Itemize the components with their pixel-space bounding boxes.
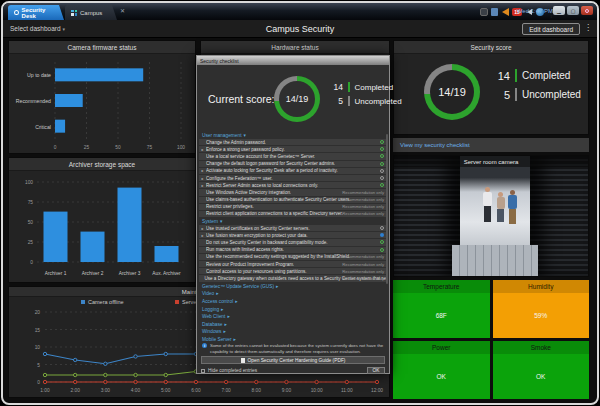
- checklist-item[interactable]: ▸Activate auto locking for Security Desk…: [199, 168, 387, 174]
- svg-text:2:00: 2:00: [71, 388, 81, 393]
- uncompleted-label: Uncompleted: [355, 97, 402, 106]
- scrollbar[interactable]: [386, 134, 388, 284]
- checklist-item[interactable]: ▸Use fusion stream encryption to protect…: [199, 232, 387, 238]
- completed-count: 14: [494, 70, 510, 82]
- restore-button[interactable]: ▢: [567, 6, 579, 15]
- chevron-right-icon: ▸: [225, 322, 227, 327]
- checklist-section-header[interactable]: Genetec™ Update Service (GUS)▸: [199, 283, 387, 291]
- score-donut: 14/19: [424, 64, 480, 120]
- minimize-button[interactable]: ▁: [553, 6, 565, 15]
- checklist-item[interactable]: ▸Enforce a strong user password policy.: [199, 146, 387, 152]
- svg-text:25: 25: [84, 145, 90, 150]
- checklist-item[interactable]: ▸Restrict Server Admin access to local c…: [199, 182, 387, 188]
- camera-video-feed: [394, 156, 588, 276]
- checklist-section-header[interactable]: Web Client▸: [199, 313, 387, 321]
- svg-text:Recommended: Recommended: [16, 98, 51, 104]
- expander-icon[interactable]: ▸: [199, 183, 206, 188]
- chevron-right-icon: ▸: [227, 314, 229, 319]
- svg-text:6:00: 6:00: [191, 388, 201, 393]
- checklist-item[interactable]: ▸Configure the Federation™ user.: [199, 175, 387, 181]
- checklist-item[interactable]: Control access to your resources using p…: [199, 268, 387, 274]
- checklist-item-label: Change the Admin password.: [206, 140, 266, 145]
- archiver-storage-panel: Archiver storage space 0255075100Archive…: [8, 157, 196, 283]
- legend-item-camera-offline[interactable]: Camera offline: [81, 299, 124, 305]
- recommendation-label: Recommendation only: [342, 262, 384, 267]
- more-options-icon[interactable]: ⋮: [584, 23, 592, 32]
- checklist-item-label: Review our Product Improvement Program.: [206, 262, 294, 267]
- tile-value: 68F: [393, 293, 490, 338]
- view-security-checklist-link[interactable]: View my security checklist: [393, 138, 589, 152]
- uncompleted-row: 5 Uncompleted: [494, 88, 581, 101]
- svg-text:100: 100: [25, 180, 33, 185]
- checklist-section-header[interactable]: System▾: [199, 218, 387, 225]
- tab-close-icon[interactable]: ✕: [120, 8, 125, 14]
- uncompleted-row: 5 Uncompleted: [331, 96, 402, 106]
- expander-icon[interactable]: ▸: [199, 233, 206, 238]
- edit-dashboard-button[interactable]: Edit dashboard: [522, 23, 580, 35]
- checklist-item[interactable]: Use the recommended security settings su…: [199, 254, 387, 260]
- clipboard-icon[interactable]: [491, 8, 498, 16]
- ok-button[interactable]: OK: [367, 367, 385, 374]
- current-score-label: Current score:: [208, 93, 275, 105]
- smoke-tile[interactable]: Smoke OK: [493, 341, 590, 399]
- checklist-item[interactable]: Run macros with limited access rights.: [199, 247, 387, 253]
- server-room-camera-tile[interactable]: Server room camera: [393, 155, 589, 277]
- expander-icon[interactable]: ▸: [199, 176, 206, 181]
- checklist-item[interactable]: Use claims-based authentication to authe…: [199, 197, 387, 203]
- checklist-item-label: Configure the Federation™ user.: [206, 176, 273, 181]
- checklist-item[interactable]: Restrict client application connections …: [199, 211, 387, 217]
- humidity-tile[interactable]: Humidity 59%: [493, 280, 590, 338]
- status-done-icon: [380, 162, 384, 166]
- person-figure: [483, 187, 492, 222]
- dialog-title-bar[interactable]: Security checklist: [197, 56, 389, 65]
- checklist-section-header[interactable]: Video▸: [199, 290, 387, 298]
- checklist-item-label: Use the recommended security settings su…: [206, 254, 350, 259]
- checklist-item[interactable]: Restrict user privileges.Recommendation …: [199, 204, 387, 210]
- warning-count: 1: [550, 14, 552, 19]
- checklist-item[interactable]: Review our Product Improvement Program.R…: [199, 261, 387, 267]
- checklist-item[interactable]: ▸Use trusted certificates on Security Ce…: [199, 225, 387, 231]
- legend-swatch: [175, 300, 179, 304]
- chevron-right-icon: ▸: [234, 337, 236, 342]
- tab-campus[interactable]: Campus: [65, 5, 117, 20]
- title-bar: Security Desk Campus ✕ 15 1 Wed 1:47 PM …: [3, 3, 597, 20]
- panel-title: Archiver storage space: [9, 158, 195, 171]
- power-tile[interactable]: Power OK: [393, 341, 490, 399]
- temperature-tile[interactable]: Temperature 68F: [393, 280, 490, 338]
- checklist-section-header[interactable]: User management▾: [199, 132, 387, 139]
- checklist-item[interactable]: Use Windows Active Directory integration…: [199, 189, 387, 195]
- document-icon: [241, 358, 245, 363]
- checklist-item[interactable]: Use a local service account for the Gene…: [199, 153, 387, 159]
- expander-icon[interactable]: ▸: [199, 168, 206, 173]
- tab-security-desk[interactable]: Security Desk: [8, 5, 64, 20]
- completed-row: 14 Completed: [494, 69, 581, 82]
- svg-text:Archiver 1: Archiver 1: [45, 271, 67, 276]
- chevron-right-icon: ▸: [276, 284, 278, 289]
- tab-label: Campus: [80, 10, 102, 16]
- checklist-item[interactable]: Change the default logon password for Se…: [199, 161, 387, 167]
- power-button[interactable]: [581, 6, 593, 15]
- panel-title: Security score: [394, 41, 588, 54]
- checklist-section-header[interactable]: Database▸: [199, 321, 387, 329]
- note-text: Some of the entries cannot be evaluated …: [210, 343, 383, 354]
- expander-icon[interactable]: ▸: [199, 226, 206, 231]
- horn-icon[interactable]: [502, 8, 509, 16]
- checklist-section-header[interactable]: Logging▸: [199, 305, 387, 313]
- checklist-item[interactable]: Do not use Security Center in backward c…: [199, 239, 387, 245]
- chevron-down-icon: ▾: [243, 133, 245, 138]
- svg-text:9:00: 9:00: [282, 388, 292, 393]
- checklist-item[interactable]: Use a Directory gateway when outsiders n…: [199, 275, 387, 281]
- hide-completed-checkbox[interactable]: Hide completed entries: [201, 368, 257, 373]
- checklist-item[interactable]: Change the Admin password.: [199, 139, 387, 145]
- expander-icon[interactable]: ▸: [199, 147, 206, 152]
- score-donut-value: 14/19: [430, 70, 474, 114]
- checklist-section-header[interactable]: Windows▸: [199, 328, 387, 336]
- monitor-icon[interactable]: [480, 8, 488, 16]
- info-icon: i: [202, 343, 207, 348]
- open-hardening-guide-button[interactable]: Open Security Center Hardening Guide (PD…: [201, 356, 385, 364]
- tile-label: Temperature: [393, 280, 490, 293]
- security-checklist-dialog: Security checklist Current score: 14/19 …: [196, 55, 390, 374]
- modal-score-legend: 14 Completed 5 Uncompleted: [331, 82, 402, 106]
- checklist-section-header[interactable]: Access control▸: [199, 298, 387, 306]
- security-score-panel: Security score 14/19 14 Completed 5 Unco…: [393, 40, 589, 135]
